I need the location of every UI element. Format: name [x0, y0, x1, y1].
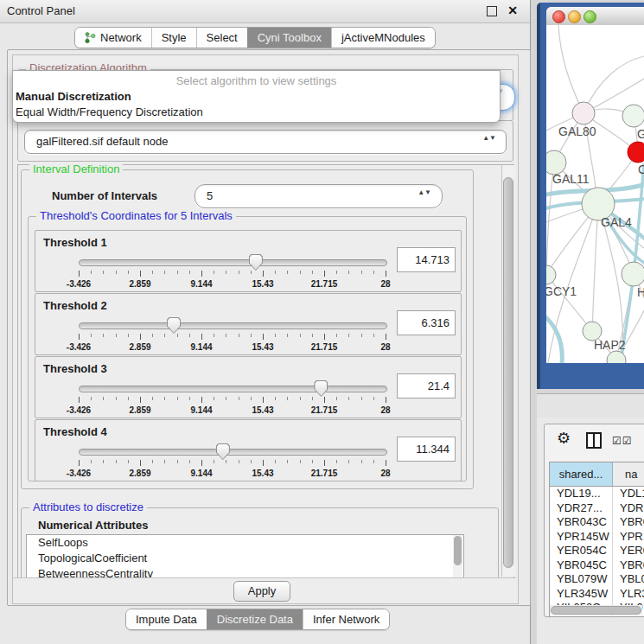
threshold-1-panel: Threshold 1 -3.4262.8599.14415.4321.7152…	[35, 230, 462, 292]
tab-label: Network	[100, 31, 142, 44]
dropdown-item-manual-discretization[interactable]: Manual Discretization	[13, 89, 500, 105]
scrollbar-thumb[interactable]	[551, 606, 641, 615]
node-label-hap2: HAP2	[594, 338, 626, 352]
tab-label: Infer Network	[313, 613, 379, 626]
tab-label: Cyni Toolbox	[258, 31, 322, 44]
table-row[interactable]: YLR345WYLR3	[550, 587, 644, 602]
node-gal11	[546, 150, 566, 175]
attribute-item[interactable]: TopologicalCoefficient	[27, 551, 463, 566]
table-data-selected-value: galFiltered.sif default node	[36, 135, 168, 148]
close-traffic-light[interactable]	[552, 10, 565, 23]
node-label-gcy1: GCY1	[546, 284, 577, 298]
number-of-intervals-label: Number of Intervals	[52, 189, 157, 202]
network-icon	[85, 32, 96, 43]
number-of-intervals-value: 5	[207, 189, 213, 202]
table-row[interactable]: YDR27...YDR2	[550, 501, 644, 516]
tab-cyni-toolbox[interactable]: Cyni Toolbox	[247, 28, 331, 48]
table-data-combobox[interactable]: galFiltered.sif default node ▲▼	[24, 130, 507, 154]
numerical-attributes-label: Numerical Attributes	[38, 519, 148, 532]
number-of-intervals-combobox[interactable]: 5 ▲▼	[194, 184, 443, 208]
threshold-label: Threshold 1	[43, 236, 107, 249]
table-row[interactable]: YBL079WYBL0	[550, 572, 644, 587]
tab-jactivemnodules[interactable]: jActiveMNodules	[331, 28, 435, 48]
network-canvas[interactable]: GAL80 GA C GAL11 GAL4 GCY1 H HAP2	[546, 25, 644, 363]
slider-tick-labels: -3.4262.8599.14415.4321.71528	[79, 279, 386, 290]
scrollbar-thumb[interactable]	[503, 177, 513, 568]
algorithm-dropdown-popup: Select algorithm to view settings Manual…	[12, 70, 501, 123]
apply-button[interactable]: Apply	[233, 581, 290, 602]
table-row[interactable]: YBR043CYBR0	[550, 515, 644, 530]
threshold-2-value-field[interactable]: 6.316	[397, 310, 456, 335]
slider-thumb[interactable]	[314, 380, 328, 397]
tab-infer-network[interactable]: Infer Network	[303, 609, 389, 629]
thresholds-group-title: Threshold's Coordinates for 5 Intervals	[36, 210, 236, 222]
gear-icon[interactable]: ⚙	[557, 429, 571, 448]
node-label-gal80: GAL80	[558, 124, 596, 138]
table-row[interactable]: YDL19...YDL1	[550, 487, 644, 501]
tab-network[interactable]: Network	[75, 28, 151, 48]
node-gcy1	[546, 265, 556, 284]
tab-select[interactable]: Select	[196, 28, 247, 48]
minimize-traffic-light[interactable]	[568, 10, 581, 23]
threshold-1-value-field[interactable]: 14.713	[397, 247, 456, 272]
columns-icon[interactable]	[586, 432, 602, 449]
node-label-c: C	[638, 163, 644, 176]
dropdown-prompt: Select algorithm to view settings	[13, 71, 500, 89]
tab-style[interactable]: Style	[151, 28, 196, 48]
slider-tick-labels: -3.4262.8599.14415.4321.71528	[79, 469, 386, 479]
close-icon[interactable]: ✕	[507, 3, 518, 17]
slider-track[interactable]	[79, 386, 387, 392]
slider-thumb[interactable]	[216, 443, 230, 460]
table-row[interactable]: YER054CYER0	[550, 544, 644, 558]
tab-label: Style	[162, 31, 187, 44]
tab-discretize-data[interactable]: Discretize Data	[207, 609, 303, 629]
threshold-2-slider[interactable]: -3.4262.8599.14415.4321.71528	[79, 322, 386, 354]
node-top-right	[622, 105, 644, 127]
slider-track[interactable]	[79, 449, 387, 456]
network-nodes[interactable]	[546, 102, 644, 363]
slider-track[interactable]	[79, 259, 387, 266]
column-header-shared-name[interactable]: shared...	[550, 462, 613, 486]
threshold-4-slider[interactable]: -3.4262.8599.14415.4321.71528	[79, 449, 386, 480]
tab-label: Select	[207, 31, 238, 44]
attributes-list-scrollbar[interactable]	[453, 535, 462, 579]
combo-stepper-icon: ▲▼	[482, 136, 496, 141]
node-label-h: H	[637, 285, 644, 299]
node-gal80	[572, 102, 595, 124]
column-header-name[interactable]: na	[613, 462, 644, 486]
slider-thumb[interactable]	[167, 317, 181, 334]
table-row[interactable]: YBR045CYBR0	[550, 558, 644, 573]
slider-ticks	[79, 271, 386, 277]
settings-vertical-scrollbar[interactable]	[501, 165, 514, 577]
float-window-icon[interactable]	[487, 6, 497, 16]
network-window: GAL80 GA C GAL11 GAL4 GCY1 H HAP2	[546, 7, 644, 363]
zoom-traffic-light[interactable]	[583, 10, 596, 23]
threshold-label: Threshold 3	[43, 362, 107, 375]
slider-tick-labels: -3.4262.8599.14415.4321.71528	[79, 342, 386, 353]
node-label-ga: GA	[637, 127, 644, 141]
threshold-4-value-field[interactable]: 11.344	[397, 437, 456, 462]
threshold-3-slider[interactable]: -3.4262.8599.14415.4321.71528	[79, 386, 386, 417]
threshold-4-panel: Threshold 4 -3.4262.8599.14415.4321.7152…	[35, 419, 462, 481]
select-columns-icon[interactable]: ☑☑	[612, 435, 633, 447]
combo-stepper-icon: ▲▼	[418, 190, 431, 195]
dropdown-item-equal-width[interactable]: Equal Width/Frequency Discretization	[13, 105, 500, 120]
slider-track[interactable]	[79, 322, 387, 329]
table-horizontal-scrollbar[interactable]	[550, 605, 642, 615]
threshold-label: Threshold 4	[43, 425, 107, 438]
table-row[interactable]: YPR145WYPR1	[550, 530, 644, 545]
node-h	[622, 262, 644, 286]
slider-thumb[interactable]	[249, 254, 263, 271]
threshold-label: Threshold 2	[43, 299, 107, 312]
scrollbar-thumb[interactable]	[454, 536, 462, 565]
tab-impute-data[interactable]: Impute Data	[126, 609, 207, 629]
control-panel-titlebar: Control Panel ✕	[0, 0, 530, 23]
numerical-attributes-list[interactable]: SelfLoopsTopologicalCoefficientBetweenne…	[26, 534, 464, 583]
node-table: shared... na YDL19...YDL1YDR27...YDR2YBR…	[549, 462, 644, 617]
slider-ticks	[79, 334, 386, 341]
network-window-titlebar[interactable]	[546, 7, 644, 26]
threshold-3-value-field[interactable]: 21.4	[397, 373, 456, 399]
tab-label: jActiveMNodules	[341, 31, 425, 44]
threshold-1-slider[interactable]: -3.4262.8599.14415.4321.71528	[79, 259, 386, 290]
attribute-item[interactable]: SelfLoops	[27, 535, 463, 551]
